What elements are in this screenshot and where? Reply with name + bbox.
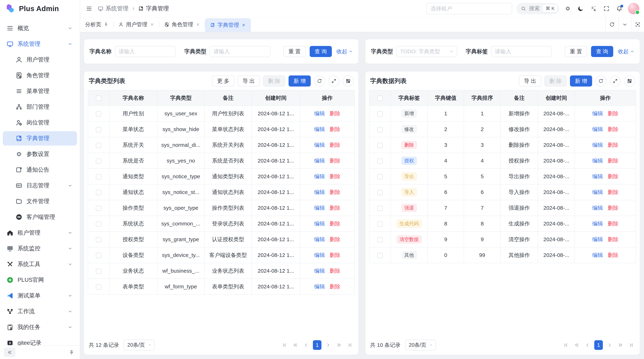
language-button[interactable]: 文A (589, 4, 598, 13)
row-checkbox[interactable] (377, 221, 383, 227)
sidebar-item-文件管理[interactable]: 文件管理 (3, 194, 77, 208)
tab-menu-button[interactable] (618, 17, 631, 32)
delete-link[interactable]: 删除 (330, 189, 340, 195)
row-checkbox[interactable] (96, 253, 101, 258)
delete-link[interactable]: 删除 (608, 142, 618, 148)
sidebar-item-字典管理[interactable]: 字典管理 (3, 131, 77, 146)
edit-link[interactable]: 编辑 (592, 221, 603, 227)
edit-link[interactable]: 编辑 (592, 158, 603, 164)
row-checkbox[interactable] (377, 127, 383, 132)
dict-data-select[interactable]: TODO: 字典类型 (396, 46, 457, 57)
jump-back-button[interactable] (292, 341, 299, 350)
toolbar-button-导出[interactable]: 导 出 (238, 75, 260, 86)
edit-link[interactable]: 编辑 (592, 189, 603, 195)
expand-button[interactable] (610, 75, 621, 86)
fullscreen-button[interactable] (602, 4, 611, 13)
first-page-button[interactable] (562, 341, 570, 350)
delete-link[interactable]: 删除 (608, 189, 618, 195)
delete-link[interactable]: 删除 (608, 252, 618, 258)
row-checkbox[interactable] (96, 190, 101, 195)
row-checkbox[interactable] (96, 143, 101, 148)
jump-forward-button[interactable] (335, 341, 343, 350)
dict-type-search-input[interactable] (210, 46, 270, 57)
content-fullscreen-button[interactable] (631, 17, 644, 32)
sidebar-item-PLUS官网[interactable]: PLUS官网 (3, 273, 77, 287)
menu-toggle-button[interactable] (85, 4, 94, 13)
breadcrumb-item[interactable]: 系统管理 (98, 5, 128, 12)
page-size-select[interactable]: 20条/页 (124, 340, 154, 351)
delete-link[interactable]: 删除 (330, 284, 340, 290)
edit-link[interactable]: 编辑 (314, 284, 325, 290)
edit-link[interactable]: 编辑 (592, 110, 603, 116)
tab-字典管理[interactable]: 字典管理 (205, 18, 251, 32)
row-checkbox[interactable] (96, 127, 101, 132)
jump-back-button[interactable] (573, 341, 581, 350)
edit-link[interactable]: 编辑 (592, 205, 603, 211)
first-page-button[interactable] (281, 341, 288, 350)
delete-link[interactable]: 删除 (330, 173, 340, 179)
sidebar-item-测试菜单[interactable]: 测试菜单 (3, 289, 77, 303)
delete-link[interactable]: 删除 (608, 110, 618, 116)
grid-button[interactable] (624, 75, 635, 86)
current-page[interactable]: 1 (313, 340, 322, 350)
pin-icon[interactable] (104, 22, 108, 27)
dict-type-search-input[interactable] (115, 46, 176, 57)
row-checkbox[interactable] (96, 284, 101, 290)
row-checkbox[interactable] (377, 190, 383, 195)
delete-link[interactable]: 删除 (608, 221, 618, 227)
edit-link[interactable]: 编辑 (314, 142, 325, 148)
edit-link[interactable]: 编辑 (592, 142, 603, 148)
jump-forward-button[interactable] (616, 341, 624, 350)
sidebar-item-租户管理[interactable]: 租户管理 (3, 226, 77, 240)
edit-link[interactable]: 编辑 (314, 173, 325, 179)
row-checkbox[interactable] (96, 237, 101, 242)
tab-用户管理[interactable]: 用户管理 (114, 17, 159, 32)
tab-close-icon[interactable] (196, 22, 200, 27)
sidebar-item-系统工具[interactable]: 系统工具 (3, 257, 77, 271)
sidebar-item-通知公告[interactable]: 通知公告 (3, 163, 77, 177)
sidebar-collapse-button[interactable] (4, 348, 16, 357)
delete-link[interactable]: 删除 (608, 158, 618, 164)
tab-close-icon[interactable] (242, 23, 246, 27)
sidebar-pin-button[interactable] (67, 348, 76, 357)
delete-link[interactable]: 删除 (330, 110, 340, 116)
delete-link[interactable]: 删除 (330, 158, 340, 164)
edit-link[interactable]: 编辑 (592, 236, 603, 242)
select-all-checkbox[interactable] (96, 96, 101, 101)
toolbar-button-导出[interactable]: 导 出 (519, 75, 541, 86)
avatar[interactable] (628, 3, 639, 14)
delete-link[interactable]: 删除 (330, 142, 340, 148)
collapse-search-link[interactable]: 收起 (618, 48, 634, 55)
query-button[interactable]: 查 询 (591, 46, 613, 57)
delete-link[interactable]: 删除 (608, 173, 618, 179)
reset-button[interactable]: 重 置 (565, 46, 587, 57)
edit-link[interactable]: 编辑 (314, 110, 325, 116)
tab-close-icon[interactable] (150, 22, 154, 27)
tab-refresh-button[interactable] (605, 17, 618, 32)
delete-link[interactable]: 删除 (608, 205, 618, 211)
page-size-select[interactable]: 20条/页 (405, 340, 436, 351)
next-page-button[interactable] (324, 341, 332, 350)
row-checkbox[interactable] (377, 111, 383, 117)
tab-分析页[interactable]: 分析页 (80, 17, 114, 32)
row-checkbox[interactable] (377, 158, 383, 164)
row-checkbox[interactable] (377, 206, 383, 211)
row-checkbox[interactable] (96, 206, 101, 211)
edit-link[interactable]: 编辑 (314, 221, 325, 227)
edit-link[interactable]: 编辑 (314, 205, 325, 211)
edit-link[interactable]: 编辑 (314, 268, 325, 274)
sidebar-item-部门管理[interactable]: 部门管理 (3, 100, 77, 114)
reset-button[interactable]: 重 置 (283, 46, 306, 57)
sidebar-item-岗位管理[interactable]: 岗位管理 (3, 115, 77, 130)
toolbar-button-新增[interactable]: 新 增 (288, 75, 311, 86)
delete-link[interactable]: 删除 (330, 236, 340, 242)
next-page-button[interactable] (606, 341, 614, 350)
toolbar-button-更多[interactable]: 更 多 (212, 75, 234, 86)
delete-link[interactable]: 删除 (608, 126, 618, 132)
refresh-button[interactable] (595, 75, 606, 86)
grid-button[interactable] (342, 75, 354, 86)
edit-link[interactable]: 编辑 (314, 189, 325, 195)
delete-link[interactable]: 删除 (330, 221, 340, 227)
notifications-button[interactable] (615, 4, 624, 13)
select-all-checkbox[interactable] (377, 96, 383, 101)
